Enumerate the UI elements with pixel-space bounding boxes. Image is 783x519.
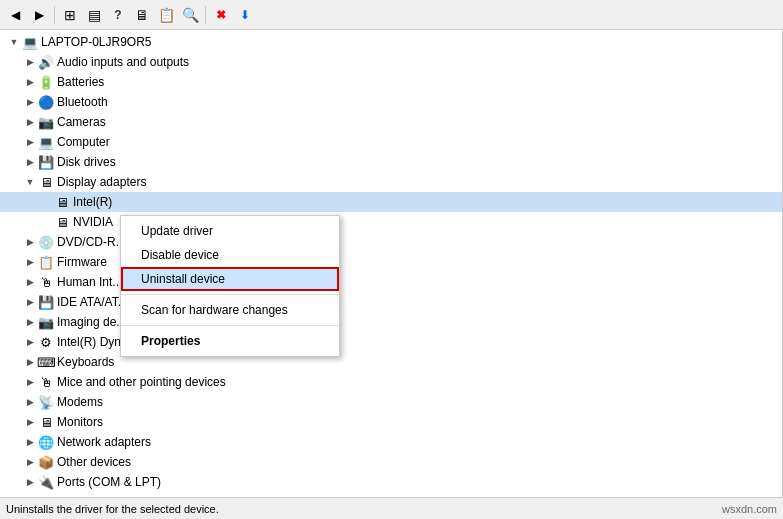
context-scan-changes[interactable]: Scan for hardware changes xyxy=(121,298,339,322)
tree-item-cameras[interactable]: ▶ 📷 Cameras xyxy=(0,112,782,132)
ide-icon: 💾 xyxy=(38,294,54,310)
context-disable-device[interactable]: Disable device xyxy=(121,243,339,267)
computer-toggle[interactable]: ▶ xyxy=(22,134,38,150)
statusbar-text: Uninstalls the driver for the selected d… xyxy=(6,503,219,515)
print-label: Print queues xyxy=(57,495,124,497)
batteries-toggle[interactable]: ▶ xyxy=(22,74,38,90)
network-toggle[interactable]: ▶ xyxy=(22,434,38,450)
audio-toggle[interactable]: ▶ xyxy=(22,54,38,70)
other-toggle[interactable]: ▶ xyxy=(22,454,38,470)
computer-icon2: 💻 xyxy=(38,134,54,150)
imaging-toggle[interactable]: ▶ xyxy=(22,314,38,330)
ide-toggle[interactable]: ▶ xyxy=(22,294,38,310)
tree-item-intel[interactable]: ▶ 🖥 Intel(R) xyxy=(0,192,782,212)
computer-icon: 💻 xyxy=(22,34,38,50)
tree-root[interactable]: ▼ 💻 LAPTOP-0LJR9OR5 xyxy=(0,32,782,52)
tree-item-disk[interactable]: ▶ 💾 Disk drives xyxy=(0,152,782,172)
mice-icon: 🖱 xyxy=(38,374,54,390)
cameras-label: Cameras xyxy=(57,115,106,129)
display-icon: 🖥 xyxy=(38,174,54,190)
human-icon: 🖱 xyxy=(38,274,54,290)
firmware-toggle[interactable]: ▶ xyxy=(22,254,38,270)
audio-label: Audio inputs and outputs xyxy=(57,55,189,69)
imaging-label: Imaging de... xyxy=(57,315,126,329)
scan-hw-btn[interactable]: 🔍 xyxy=(179,4,201,26)
disk-toggle[interactable]: ▶ xyxy=(22,154,38,170)
tree-item-display[interactable]: ▼ 🖥 Display adapters xyxy=(0,172,782,192)
root-toggle[interactable]: ▼ xyxy=(6,34,22,50)
modems-icon: 📡 xyxy=(38,394,54,410)
intel-label: Intel(R) xyxy=(73,195,112,209)
tree-item-nvidia[interactable]: ▶ 🖥 NVIDIA xyxy=(0,212,782,232)
tree-item-ide[interactable]: ▶ 💾 IDE ATA/AT... xyxy=(0,292,782,312)
tree-item-network[interactable]: ▶ 🌐 Network adapters xyxy=(0,432,782,452)
monitor-btn[interactable]: 🖥 xyxy=(131,4,153,26)
tree-item-modems[interactable]: ▶ 📡 Modems xyxy=(0,392,782,412)
btn6[interactable]: 📋 xyxy=(155,4,177,26)
print-icon: 🖨 xyxy=(38,494,54,497)
back-btn[interactable]: ◀ xyxy=(4,4,26,26)
tree-item-print[interactable]: ▶ 🖨 Print queues xyxy=(0,492,782,497)
cameras-toggle[interactable]: ▶ xyxy=(22,114,38,130)
disk-label: Disk drives xyxy=(57,155,116,169)
statusbar: Uninstalls the driver for the selected d… xyxy=(0,497,783,519)
main-panel: ▼ 💻 LAPTOP-0LJR9OR5 ▶ 🔊 Audio inputs and… xyxy=(0,30,783,497)
disk-icon: 💾 xyxy=(38,154,54,170)
network-icon: 🌐 xyxy=(38,434,54,450)
context-menu: Update driver Disable device Uninstall d… xyxy=(120,215,340,357)
dvd-toggle[interactable]: ▶ xyxy=(22,234,38,250)
bluetooth-label: Bluetooth xyxy=(57,95,108,109)
tree-item-computer[interactable]: ▶ 💻 Computer xyxy=(0,132,782,152)
intelfw-icon: ⚙ xyxy=(38,334,54,350)
download-btn[interactable]: ⬇ xyxy=(234,4,256,26)
context-separator xyxy=(121,294,339,295)
tree-item-mice[interactable]: ▶ 🖱 Mice and other pointing devices xyxy=(0,372,782,392)
cameras-icon: 📷 xyxy=(38,114,54,130)
tree-item-batteries[interactable]: ▶ 🔋 Batteries xyxy=(0,72,782,92)
separator-2 xyxy=(205,6,206,24)
tree-item-imaging[interactable]: ▶ 📷 Imaging de... xyxy=(0,312,782,332)
print-toggle[interactable]: ▶ xyxy=(22,494,38,497)
context-update-driver[interactable]: Update driver xyxy=(121,219,339,243)
tree-item-firmware[interactable]: ▶ 📋 Firmware xyxy=(0,252,782,272)
mice-toggle[interactable]: ▶ xyxy=(22,374,38,390)
view-btn[interactable]: ⊞ xyxy=(59,4,81,26)
monitors-label: Monitors xyxy=(57,415,103,429)
tree-item-dvd[interactable]: ▶ 💿 DVD/CD-R... xyxy=(0,232,782,252)
tree-item-ports[interactable]: ▶ 🔌 Ports (COM & LPT) xyxy=(0,472,782,492)
tree-item-keyboards[interactable]: ▶ ⌨ Keyboards xyxy=(0,352,782,372)
tree-item-monitors[interactable]: ▶ 🖥 Monitors xyxy=(0,412,782,432)
help-btn[interactable]: ? xyxy=(107,4,129,26)
properties-btn-2[interactable]: ▤ xyxy=(83,4,105,26)
batteries-icon: 🔋 xyxy=(38,74,54,90)
root-label: LAPTOP-0LJR9OR5 xyxy=(41,35,152,49)
bluetooth-icon: 🔵 xyxy=(38,94,54,110)
separator-1 xyxy=(54,6,55,24)
ports-label: Ports (COM & LPT) xyxy=(57,475,161,489)
tree-item-other[interactable]: ▶ 📦 Other devices xyxy=(0,452,782,472)
ports-toggle[interactable]: ▶ xyxy=(22,474,38,490)
intelfw-toggle[interactable]: ▶ xyxy=(22,334,38,350)
device-tree[interactable]: ▼ 💻 LAPTOP-0LJR9OR5 ▶ 🔊 Audio inputs and… xyxy=(0,30,783,497)
monitors-toggle[interactable]: ▶ xyxy=(22,414,38,430)
display-toggle[interactable]: ▼ xyxy=(22,174,38,190)
tree-item-audio[interactable]: ▶ 🔊 Audio inputs and outputs xyxy=(0,52,782,72)
computer-label: Computer xyxy=(57,135,110,149)
audio-icon: 🔊 xyxy=(38,54,54,70)
forward-btn[interactable]: ▶ xyxy=(28,4,50,26)
tree-item-human[interactable]: ▶ 🖱 Human Int... xyxy=(0,272,782,292)
modems-toggle[interactable]: ▶ xyxy=(22,394,38,410)
nvidia-icon: 🖥 xyxy=(54,214,70,230)
context-uninstall-device[interactable]: Uninstall device xyxy=(121,267,339,291)
bluetooth-toggle[interactable]: ▶ xyxy=(22,94,38,110)
mice-label: Mice and other pointing devices xyxy=(57,375,226,389)
tree-item-intelfw[interactable]: ▶ ⚙ Intel(R) Dynamic Platform and Therma… xyxy=(0,332,782,352)
other-label: Other devices xyxy=(57,455,131,469)
toolbar: ◀ ▶ ⊞ ▤ ? 🖥 📋 🔍 ✖ ⬇ xyxy=(0,0,783,30)
human-toggle[interactable]: ▶ xyxy=(22,274,38,290)
uninstall-toolbar-btn[interactable]: ✖ xyxy=(210,4,232,26)
context-separator-2 xyxy=(121,325,339,326)
network-label: Network adapters xyxy=(57,435,151,449)
tree-item-bluetooth[interactable]: ▶ 🔵 Bluetooth xyxy=(0,92,782,112)
context-properties[interactable]: Properties xyxy=(121,329,339,353)
